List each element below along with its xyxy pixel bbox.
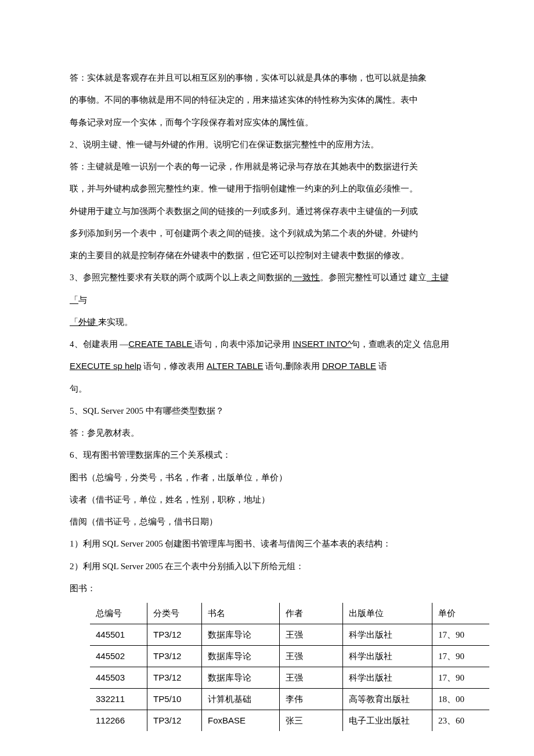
- cell-title: 数据库导论: [202, 624, 280, 646]
- table-row: 445501 TP3/12 数据库导论 王强 科学出版社 17、90: [90, 624, 489, 646]
- body-text: 答：实体就是客观存在并且可以相互区别的事物，实体可以就是具体的事物，也可以就是抽…: [70, 67, 464, 89]
- table-row: 445502 TP3/12 数据库导论 王强 科学出版社 17、90: [90, 646, 489, 667]
- cell-class: TP3/12: [147, 646, 202, 667]
- header-price: 单价: [432, 603, 490, 624]
- body-text: 答：主键就是唯一识别一个表的每一记录，作用就是将记录与存放在其她表中的数据进行关: [70, 155, 464, 178]
- text: 语句，修改表用: [141, 361, 207, 371]
- schema-reader: 读者（借书证号，单位，姓名，性别，职称，地址）: [70, 489, 464, 511]
- cell-title: 数据库导论: [202, 667, 280, 689]
- blank-insert-into: INSERT INTO^: [293, 339, 351, 349]
- body-text: 束的主要目的就是控制存储在外键表中的数据，但它还可以控制对主键表中数据的修改。: [70, 244, 464, 266]
- schema-borrow: 借阅（借书证号，总编号，借书日期）: [70, 511, 464, 533]
- cell-class: TP3/12: [147, 710, 202, 732]
- cell-title: FoxBASE: [202, 710, 280, 732]
- text: 。参照完整性可以通过 建立: [320, 273, 427, 282]
- book-table-wrap: 总编号 分类号 书名 作者 出版单位 单价 445501 TP3/12 数据库导…: [90, 603, 464, 731]
- body-text: 多列添加到另一个表中，可创建两个表之间的链接。这个列就成为第二个表的外键。外键约: [70, 222, 464, 244]
- table-caption-book: 图书：: [70, 577, 464, 599]
- schema-book: 图书（总编号，分类号，书名，作者，出版单位，单价）: [70, 466, 464, 489]
- question-3-cont: 「外键 来实现。: [70, 311, 464, 333]
- sub-question-2: 2）利用 SQL Server 2005 在三个表中分别插入以下所给元组：: [70, 555, 464, 577]
- blank-create-table: CREATE TABLE: [128, 339, 194, 349]
- cell-price: 23、60: [432, 710, 490, 732]
- text: 与: [78, 295, 87, 305]
- cell-pub: 电子工业出版社: [343, 710, 432, 732]
- header-author: 作者: [280, 603, 343, 624]
- cell-class: TP5/10: [147, 689, 202, 710]
- body-text: 的事物。不同的事物就是用不同的特征决定的，用来描述实体的特性称为实体的属性。表中: [70, 89, 464, 111]
- table-row: 112266 TP3/12 FoxBASE 张三 电子工业出版社 23、60: [90, 710, 489, 732]
- cell-title: 计算机基础: [202, 689, 280, 710]
- sub-question-1: 1）利用 SQL Server 2005 创建图书管理库与图书、读者与借阅三个基…: [70, 533, 464, 555]
- cell-price: 18、00: [432, 689, 490, 710]
- cell-author: 张三: [280, 710, 343, 732]
- text: 语句,删除表用: [263, 361, 322, 371]
- cell-author: 王强: [280, 624, 343, 646]
- table-row: 332211 TP5/10 计算机基础 李伟 高等教育出版社 18、00: [90, 689, 489, 710]
- table-header-row: 总编号 分类号 书名 作者 出版单位 单价: [90, 603, 489, 624]
- header-class: 分类号: [147, 603, 202, 624]
- header-pub: 出版单位: [343, 603, 432, 624]
- cell-id: 112266: [90, 710, 147, 732]
- question-4-cont: EXECUTE sp help 语句，修改表用 ALTER TABLE 语句,删…: [70, 355, 464, 377]
- body-text: 每条记录对应一个实体，而每个字段保存着对应实体的属性值。: [70, 111, 464, 133]
- cell-author: 王强: [280, 646, 343, 667]
- blank-drop-table: DROP TABLE: [322, 361, 376, 371]
- cell-class: TP3/12: [147, 667, 202, 689]
- text: 3、参照完整性要求有关联的两个或两个以上表之间数据的: [70, 273, 292, 282]
- book-table: 总编号 分类号 书名 作者 出版单位 单价 445501 TP3/12 数据库导…: [90, 603, 489, 731]
- text: 语: [376, 361, 387, 371]
- cell-pub: 科学出版社: [343, 667, 432, 689]
- text: 来实现。: [98, 317, 133, 327]
- cell-author: 李伟: [280, 689, 343, 710]
- cell-id: 445502: [90, 646, 147, 667]
- document-page: 答：实体就是客观存在并且可以相互区别的事物，实体可以就是具体的事物，也可以就是抽…: [0, 0, 534, 756]
- cell-pub: 高等教育出版社: [343, 689, 432, 710]
- blank-consistency: 一致性: [292, 273, 320, 282]
- cell-title: 数据库导论: [202, 646, 280, 667]
- cell-author: 王强: [280, 667, 343, 689]
- question-5: 5、SQL Server 2005 中有哪些类型数据？: [70, 400, 464, 422]
- table-row: 445503 TP3/12 数据库导论 王强 科学出版社 17、90: [90, 667, 489, 689]
- cell-price: 17、90: [432, 667, 490, 689]
- body-text: 外键用于建立与加强两个表数据之间的链接的一列或多列。通过将保存表中主键值的一列或: [70, 200, 464, 222]
- question-3: 3、参照完整性要求有关联的两个或两个以上表之间数据的 一致性。参照完整性可以通过…: [70, 266, 464, 311]
- blank-alter-table: ALTER TABLE: [207, 361, 264, 371]
- question-6: 6、现有图书管理数据库的三个关系模式：: [70, 444, 464, 466]
- question-4: 4、创建表用 —CREATE TABLE 语句，向表中添加记录用 INSERT …: [70, 333, 464, 355]
- cell-id: 445501: [90, 624, 147, 646]
- question-2: 2、说明主键、惟一键与外键的作用。说明它们在保证数据完整性中的应用方法。: [70, 133, 464, 155]
- header-title: 书名: [202, 603, 280, 624]
- header-id: 总编号: [90, 603, 147, 624]
- blank-foreign-key: 「外键: [70, 317, 98, 327]
- cell-pub: 科学出版社: [343, 646, 432, 667]
- text: 语句，向表中添加记录用: [194, 339, 293, 349]
- text: 4、创建表用 —: [70, 339, 128, 349]
- text: 句，查瞧表的定义 信息用: [351, 339, 449, 349]
- cell-id: 332211: [90, 689, 147, 710]
- cell-price: 17、90: [432, 646, 490, 667]
- blank-execute-sp-help: EXECUTE sp help: [70, 361, 141, 371]
- body-text: 联，并与外键构成参照完整性约束。惟一键用于指明创建惟一约束的列上的取值必须惟一。: [70, 178, 464, 200]
- answer-5: 答：参见教材表。: [70, 422, 464, 444]
- cell-id: 445503: [90, 667, 147, 689]
- cell-pub: 科学出版社: [343, 624, 432, 646]
- cell-price: 17、90: [432, 624, 490, 646]
- question-4-end: 句。: [70, 378, 464, 400]
- cell-class: TP3/12: [147, 624, 202, 646]
